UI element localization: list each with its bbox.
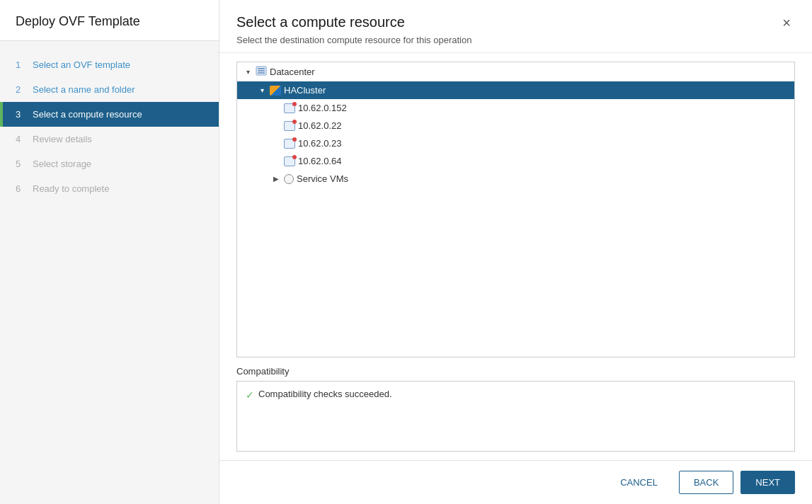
sidebar-steps: 1Select an OVF template2Select a name an… xyxy=(0,41,219,504)
main-title: Select a compute resource xyxy=(236,14,471,30)
sidebar-step-step-5: 5Select storage xyxy=(0,151,219,176)
compatibility-section: Compatibility ✓ Compatibility checks suc… xyxy=(219,366,812,460)
cluster-icon xyxy=(270,86,281,96)
compatibility-box: ✓ Compatibility checks succeeded. xyxy=(236,381,795,452)
tree-toggle[interactable]: ▾ xyxy=(243,68,253,76)
svg-rect-3 xyxy=(258,72,265,74)
sidebar-step-step-3[interactable]: 3Select a compute resource xyxy=(0,102,219,127)
tree-toggle[interactable]: ▾ xyxy=(257,86,267,94)
tree-node-datacenter[interactable]: ▾Datacenter xyxy=(237,62,794,81)
tree-node-host1[interactable]: 10.62.0.152 xyxy=(237,99,794,117)
step-label: Select storage xyxy=(33,159,91,169)
sidebar: Deploy OVF Template 1Select an OVF templ… xyxy=(0,0,219,504)
tree-container[interactable]: ▾Datacenter▾HACluster10.62.0.15210.62.0.… xyxy=(236,62,795,357)
tree-node-label: HACluster xyxy=(284,85,326,96)
next-button[interactable]: NEXT xyxy=(740,471,795,494)
check-icon: ✓ xyxy=(246,389,254,401)
tree-node-label: 10.62.0.23 xyxy=(298,138,341,149)
cancel-button[interactable]: CANCEL xyxy=(606,471,672,493)
step-label: Review details xyxy=(33,134,92,144)
active-indicator xyxy=(0,102,3,127)
datacenter-icon xyxy=(256,66,267,78)
step-number: 1 xyxy=(16,59,27,70)
servicevm-icon xyxy=(284,174,294,184)
sidebar-step-step-1[interactable]: 1Select an OVF template xyxy=(0,52,219,77)
tree-toggle[interactable]: ▶ xyxy=(271,175,281,183)
sidebar-step-step-6: 6Ready to complete xyxy=(0,176,219,201)
step-number: 3 xyxy=(16,109,27,120)
tree-node-label: 10.62.0.64 xyxy=(298,156,341,166)
step-label: Select a name and folder xyxy=(33,84,135,95)
main-subtitle: Select the destination compute resource … xyxy=(236,35,471,45)
close-button[interactable]: × xyxy=(778,14,795,31)
step-label: Select a compute resource xyxy=(33,109,142,120)
tree-node-label: 10.62.0.22 xyxy=(298,120,341,131)
host-icon xyxy=(284,103,295,113)
svg-rect-1 xyxy=(258,68,265,69)
tree-node-label: Service VMs xyxy=(297,173,348,184)
host-icon xyxy=(284,139,295,149)
deploy-ovf-dialog: Deploy OVF Template 1Select an OVF templ… xyxy=(0,0,812,504)
tree-node-host3[interactable]: 10.62.0.23 xyxy=(237,134,794,152)
back-button[interactable]: BACK xyxy=(679,471,733,494)
compatibility-label: Compatibility xyxy=(236,366,795,377)
host-icon xyxy=(284,121,295,131)
tree-node-servicevms[interactable]: ▶Service VMs xyxy=(237,170,794,188)
step-label: Ready to complete xyxy=(33,183,109,194)
tree-node-label: Datacenter xyxy=(270,67,315,77)
main-panel: Select a compute resource Select the des… xyxy=(219,0,812,504)
tree-node-label: 10.62.0.152 xyxy=(298,103,347,113)
svg-rect-2 xyxy=(258,70,265,71)
footer: CANCEL BACK NEXT xyxy=(219,460,812,504)
main-title-area: Select a compute resource Select the des… xyxy=(236,14,471,45)
sidebar-step-step-4: 4Review details xyxy=(0,127,219,151)
tree-section: ▾Datacenter▾HACluster10.62.0.15210.62.0.… xyxy=(219,53,812,366)
step-number: 4 xyxy=(16,134,27,144)
tree-node-host4[interactable]: 10.62.0.64 xyxy=(237,152,794,170)
step-number: 5 xyxy=(16,159,27,169)
step-number: 2 xyxy=(16,84,27,95)
sidebar-step-step-2[interactable]: 2Select a name and folder xyxy=(0,77,219,102)
tree-node-host2[interactable]: 10.62.0.22 xyxy=(237,117,794,134)
step-label: Select an OVF template xyxy=(33,59,130,70)
main-header: Select a compute resource Select the des… xyxy=(219,0,812,53)
tree-node-hacluster[interactable]: ▾HACluster xyxy=(237,81,794,99)
sidebar-title: Deploy OVF Template xyxy=(0,0,219,41)
compatibility-message: Compatibility checks succeeded. xyxy=(258,389,392,399)
host-icon xyxy=(284,156,295,166)
step-number: 6 xyxy=(16,183,27,194)
